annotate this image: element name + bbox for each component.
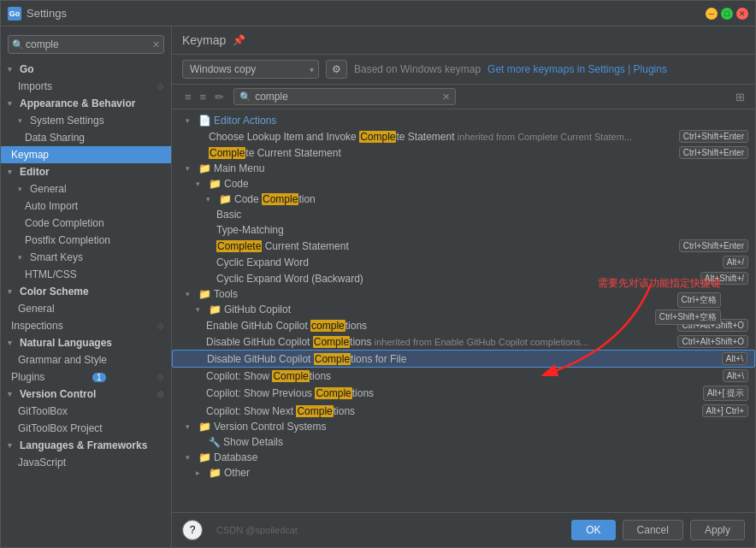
github-copilot-node[interactable]: ▾ 📁 GitHub Copilot [172, 302, 755, 317]
basic-node[interactable]: Basic [172, 207, 755, 222]
disable-copilot-file-node[interactable]: Disable GitHub Copilot Completions for F… [172, 350, 755, 368]
expand-all-icon[interactable]: ≡ [182, 89, 194, 105]
complete-current-highlight: Comple [209, 147, 245, 159]
sidebar-item-system-settings[interactable]: ▾ System Settings [1, 112, 171, 129]
type-matching-node[interactable]: Type-Matching [172, 222, 755, 238]
sidebar-item-html-css-label: HTML/CSS [25, 268, 77, 280]
sidebar-item-version-control[interactable]: ▾ Version Control ⚙ [1, 386, 171, 403]
sidebar-search-input[interactable] [8, 35, 164, 54]
code-completion-label: Code Completion [234, 193, 748, 205]
keymap-filter-bar: ≡ ≡ ✏ 🔍 ✕ ⊞ [172, 85, 755, 109]
sidebar-item-inspections[interactable]: Inspections ⚙ [1, 317, 171, 334]
keymap-title: Keymap [182, 33, 226, 47]
sidebar-item-lang-label: Languages & Frameworks [20, 439, 147, 451]
sidebar-item-inspections-label: Inspections [11, 320, 63, 332]
sidebar-item-postfix-completion[interactable]: Postfix Completion [1, 232, 171, 249]
disable-copilot-node[interactable]: Disable GitHub Copilot Completions inher… [172, 333, 755, 350]
choose-lookup-label: Choose Lookup Item and Invoke Complete S… [209, 131, 673, 143]
choose-lookup-node[interactable]: Choose Lookup Item and Invoke Complete S… [172, 128, 755, 144]
disable-copilot-shortcut: Ctrl+Alt+Shift+O [677, 335, 748, 348]
code-completion-highlight: Comple [262, 193, 298, 205]
sidebar-item-gittoolbox-project[interactable]: GitToolBox Project [1, 420, 171, 437]
close-button[interactable]: ✕ [736, 8, 748, 20]
sidebar-item-auto-import[interactable]: Auto Import [1, 197, 171, 215]
sidebar-item-imports[interactable]: Imports ⚙ [1, 78, 171, 95]
keymap-gear-button[interactable]: ⚙ [326, 60, 347, 79]
code-label: Code [224, 178, 748, 190]
settings-window: Go Settings ─ □ ✕ 🔍 ✕ ▾ Go Imports ⚙ [0, 0, 756, 548]
tree-content: ▾ 📄 Editor Actions Choose Lookup Item an… [172, 109, 755, 484]
sidebar-item-general[interactable]: ▾ General [1, 180, 171, 197]
disable-copilot-inherited: inherited from Enable GitHub Copilot com… [375, 337, 588, 347]
enable-copilot-highlight: comple [310, 320, 346, 332]
sidebar-item-gittoolbox[interactable]: GitToolBox [1, 403, 171, 420]
filter-search-input[interactable] [255, 91, 439, 103]
expand-icon[interactable]: ⊞ [735, 91, 745, 103]
cyclic-expand-back-label: Cyclic Expand Word (Backward) [216, 273, 694, 285]
sidebar-item-appearance[interactable]: ▾ Appearance & Behavior [1, 95, 171, 112]
minimize-button[interactable]: ─ [706, 8, 718, 20]
cyclic-expand-node[interactable]: Cyclic Expand Word Alt+/ [172, 254, 755, 270]
help-button[interactable]: ? [182, 520, 203, 540]
editor-actions-icon: 📄 [198, 115, 211, 127]
sidebar-item-natural-languages[interactable]: ▾ Natural Languages [1, 334, 171, 351]
show-completions-node[interactable]: Copilot: Show Completions Alt+\ [172, 368, 755, 384]
tools-node[interactable]: ▾ 📁 Tools [172, 286, 755, 302]
editor-actions-arrow: ▾ [186, 116, 196, 125]
main-menu-node[interactable]: ▾ 📁 Main Menu [172, 161, 755, 176]
sidebar-search-clear[interactable]: ✕ [152, 39, 160, 50]
sidebar-item-color-scheme[interactable]: ▾ Color Scheme [1, 283, 171, 300]
sidebar-item-html-css[interactable]: HTML/CSS [1, 266, 171, 283]
window-controls: ─ □ ✕ [706, 8, 748, 20]
natural-arrow: ▾ [8, 339, 16, 347]
sidebar-item-plugins[interactable]: Plugins 1 ⚙ [1, 368, 171, 386]
sidebar-search-icon: 🔍 [12, 39, 24, 50]
preset-select-wrapper: Windows copy ▾ [182, 60, 319, 79]
choose-lookup-highlight: Comple [359, 131, 396, 143]
sidebar-item-javascript[interactable]: JavaScript [1, 454, 171, 471]
database-label: Database [214, 451, 748, 463]
title-bar: Go Settings ─ □ ✕ [1, 1, 755, 27]
filter-search-clear[interactable]: ✕ [442, 91, 450, 103]
sidebar-item-keymap[interactable]: Keymap [1, 146, 171, 163]
sidebar-item-general2-label: General [18, 303, 55, 315]
maximize-button[interactable]: □ [721, 8, 733, 20]
other-node[interactable]: ▸ 📁 Other [172, 465, 755, 480]
ok-button[interactable]: OK [571, 520, 615, 540]
cancel-button[interactable]: Cancel [623, 520, 683, 540]
sidebar-item-code-completion[interactable]: Code Completion [1, 215, 171, 232]
show-prev-label: Copilot: Show Previous Completions [206, 387, 697, 399]
code-completion-node[interactable]: ▾ 📁 Code Completion [172, 192, 755, 207]
sidebar-item-smart-keys[interactable]: ▾ Smart Keys [1, 249, 171, 266]
sidebar-item-general-label: General [30, 183, 67, 195]
preset-select[interactable]: Windows copy [182, 60, 319, 79]
filter-search-container: 🔍 ✕ [233, 88, 456, 105]
sidebar-item-color-scheme-label: Color Scheme [20, 286, 89, 298]
sidebar-item-grammar-style[interactable]: Grammar and Style [1, 351, 171, 368]
collapse-all-icon[interactable]: ≡ [198, 89, 210, 105]
complete-current-node[interactable]: Complete Current Statement Ctrl+Shift+En… [172, 144, 755, 161]
sidebar-item-editor[interactable]: ▾ Editor [1, 163, 171, 180]
show-prev-node[interactable]: Copilot: Show Previous Completions Alt+[… [172, 384, 755, 403]
show-prev-shortcut: Alt+[ 提示 [703, 386, 748, 401]
filter-search-icon: 🔍 [239, 91, 251, 103]
show-next-label: Copilot: Show Next Completions [206, 405, 696, 417]
sidebar-item-lang-frameworks[interactable]: ▾ Languages & Frameworks [1, 437, 171, 454]
code-node[interactable]: ▾ 📁 Code [172, 176, 755, 192]
database-node[interactable]: ▾ 📁 Database [172, 450, 755, 465]
enable-copilot-node[interactable]: Enable GitHub Copilot completions Ctrl+A… [172, 317, 755, 333]
sidebar-item-data-sharing[interactable]: Data Sharing [1, 129, 171, 146]
show-details-node[interactable]: 🔧 Show Details [172, 434, 755, 450]
editor-arrow: ▾ [8, 168, 16, 176]
apply-button[interactable]: Apply [690, 520, 745, 540]
cyclic-expand-back-node[interactable]: Cyclic Expand Word (Backward) Alt+Shift+… [172, 270, 755, 286]
sidebar-item-general2[interactable]: General [1, 300, 171, 317]
complete-current2-node[interactable]: Complete Current Statement Ctrl+Shift+En… [172, 238, 755, 254]
get-more-keymaps-link[interactable]: Get more keymaps in Settings | Plugins [487, 63, 667, 75]
vcs-node[interactable]: ▾ 📁 Version Control Systems [172, 419, 755, 434]
show-next-node[interactable]: Copilot: Show Next Completions Alt+] Ctr… [172, 403, 755, 419]
sidebar-item-go[interactable]: ▾ Go [1, 61, 171, 78]
edit-shortcut-icon[interactable]: ✏ [212, 89, 227, 105]
editor-actions-node[interactable]: ▾ 📄 Editor Actions [172, 113, 755, 128]
vcs-arrow: ▾ [186, 422, 196, 431]
